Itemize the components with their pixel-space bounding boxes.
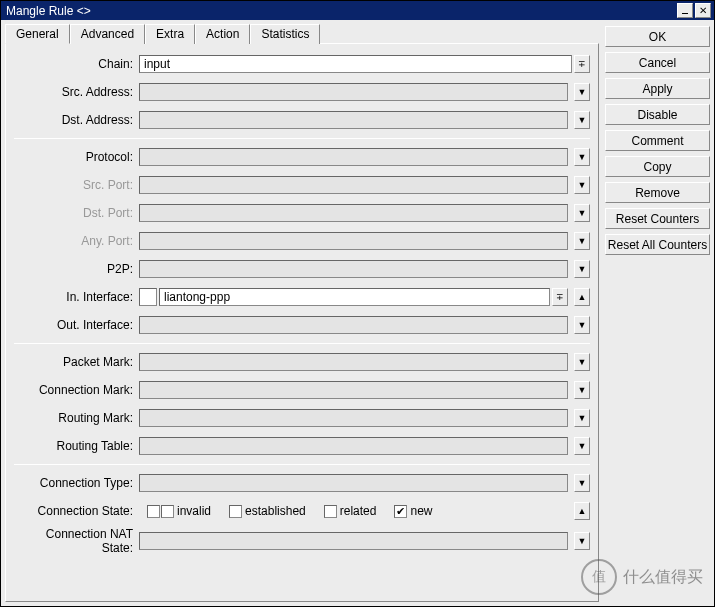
protocol-label: Protocol:	[14, 150, 139, 164]
remove-button[interactable]: Remove	[605, 182, 710, 203]
any-port-expand[interactable]: ▼	[574, 232, 590, 250]
tab-advanced[interactable]: Advanced	[70, 24, 145, 44]
routing-table-label: Routing Table:	[14, 439, 139, 453]
in-interface-label: In. Interface:	[14, 290, 139, 304]
src-address-label: Src. Address:	[14, 85, 139, 99]
watermark-text: 什么值得买	[623, 567, 703, 588]
mangle-rule-window: Mangle Rule <> ✕ General Advanced Extra …	[0, 0, 715, 607]
connection-state-collapse[interactable]: ▲	[574, 502, 590, 520]
copy-button[interactable]: Copy	[605, 156, 710, 177]
connection-mark-input[interactable]	[139, 381, 568, 399]
close-button[interactable]: ✕	[695, 3, 711, 18]
packet-mark-label: Packet Mark:	[14, 355, 139, 369]
protocol-expand[interactable]: ▼	[574, 148, 590, 166]
dst-port-expand[interactable]: ▼	[574, 204, 590, 222]
connection-nat-label: Connection NAT State:	[14, 527, 139, 555]
in-interface-collapse[interactable]: ▲	[574, 288, 590, 306]
disable-button[interactable]: Disable	[605, 104, 710, 125]
dst-port-input[interactable]	[139, 204, 568, 222]
dst-address-input[interactable]	[139, 111, 568, 129]
svg-rect-0	[682, 13, 688, 14]
cs-related-checkbox[interactable]	[324, 505, 337, 518]
watermark: 值 什么值得买	[581, 559, 703, 595]
connection-type-label: Connection Type:	[14, 476, 139, 490]
p2p-label: P2P:	[14, 262, 139, 276]
general-tab-content: Chain: ∓ Src. Address: ▼ Dst. Address:	[5, 43, 599, 602]
out-interface-label: Out. Interface:	[14, 318, 139, 332]
src-address-expand[interactable]: ▼	[574, 83, 590, 101]
reset-all-counters-button[interactable]: Reset All Counters	[605, 234, 710, 255]
apply-button[interactable]: Apply	[605, 78, 710, 99]
comment-button[interactable]: Comment	[605, 130, 710, 151]
in-interface-dropdown[interactable]: ∓	[552, 288, 568, 306]
routing-mark-input[interactable]	[139, 409, 568, 427]
src-port-expand[interactable]: ▼	[574, 176, 590, 194]
connection-nat-expand[interactable]: ▼	[574, 532, 590, 550]
watermark-icon: 值	[581, 559, 617, 595]
tab-extra[interactable]: Extra	[145, 24, 195, 44]
in-interface-negate[interactable]	[139, 288, 157, 306]
reset-counters-button[interactable]: Reset Counters	[605, 208, 710, 229]
window-title: Mangle Rule <>	[4, 4, 677, 18]
packet-mark-expand[interactable]: ▼	[574, 353, 590, 371]
cs-invalid-checkbox-b[interactable]	[161, 505, 174, 518]
connection-mark-label: Connection Mark:	[14, 383, 139, 397]
dst-address-expand[interactable]: ▼	[574, 111, 590, 129]
cs-invalid-checkbox-a[interactable]	[147, 505, 160, 518]
connection-state-label: Connection State:	[14, 504, 139, 518]
out-interface-expand[interactable]: ▼	[574, 316, 590, 334]
tab-statistics[interactable]: Statistics	[250, 24, 320, 44]
src-port-input[interactable]	[139, 176, 568, 194]
cs-invalid-label: invalid	[177, 504, 211, 518]
cs-new-checkbox[interactable]: ✔	[394, 505, 407, 518]
chain-input[interactable]	[139, 55, 572, 73]
action-buttons: OK Cancel Apply Disable Comment Copy Rem…	[605, 24, 710, 602]
connection-nat-input[interactable]	[139, 532, 568, 550]
protocol-input[interactable]	[139, 148, 568, 166]
cs-established-checkbox[interactable]	[229, 505, 242, 518]
p2p-expand[interactable]: ▼	[574, 260, 590, 278]
chain-label: Chain:	[14, 57, 139, 71]
src-address-input[interactable]	[139, 83, 568, 101]
routing-mark-label: Routing Mark:	[14, 411, 139, 425]
connection-type-expand[interactable]: ▼	[574, 474, 590, 492]
routing-table-input[interactable]	[139, 437, 568, 455]
dst-address-label: Dst. Address:	[14, 113, 139, 127]
tab-general[interactable]: General	[5, 24, 70, 44]
connection-mark-expand[interactable]: ▼	[574, 381, 590, 399]
titlebar: Mangle Rule <> ✕	[1, 1, 714, 20]
dst-port-label: Dst. Port:	[14, 206, 139, 220]
any-port-input[interactable]	[139, 232, 568, 250]
cs-established-label: established	[245, 504, 306, 518]
tab-action[interactable]: Action	[195, 24, 250, 44]
cs-new-label: new	[410, 504, 432, 518]
src-port-label: Src. Port:	[14, 178, 139, 192]
tab-bar: General Advanced Extra Action Statistics	[5, 24, 599, 44]
chain-dropdown[interactable]: ∓	[574, 55, 590, 73]
routing-mark-expand[interactable]: ▼	[574, 409, 590, 427]
cancel-button[interactable]: Cancel	[605, 52, 710, 73]
minimize-button[interactable]	[677, 3, 693, 18]
connection-type-input[interactable]	[139, 474, 568, 492]
p2p-input[interactable]	[139, 260, 568, 278]
in-interface-input[interactable]	[159, 288, 550, 306]
cs-related-label: related	[340, 504, 377, 518]
out-interface-input[interactable]	[139, 316, 568, 334]
form-panel: General Advanced Extra Action Statistics…	[5, 24, 599, 602]
packet-mark-input[interactable]	[139, 353, 568, 371]
ok-button[interactable]: OK	[605, 26, 710, 47]
any-port-label: Any. Port:	[14, 234, 139, 248]
routing-table-expand[interactable]: ▼	[574, 437, 590, 455]
